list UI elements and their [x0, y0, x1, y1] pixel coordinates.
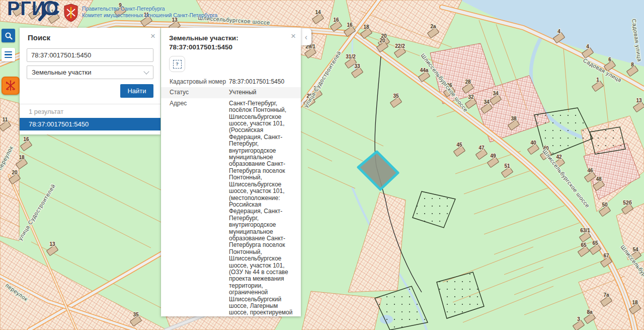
identify-parcel-button[interactable]: ?	[169, 56, 185, 72]
hamburger-icon	[5, 51, 12, 53]
parcel-number: 4	[557, 29, 560, 34]
parcel-number: 18	[632, 300, 638, 305]
parcel-number: 35	[133, 312, 139, 317]
parcel-number: 42	[556, 154, 562, 160]
parcel-number: 18	[19, 155, 25, 160]
details-row-label: Адрес	[161, 100, 229, 316]
parcel-number: 8	[631, 62, 634, 68]
chevron-down-icon	[143, 69, 149, 74]
parcel-number: 32	[468, 94, 474, 100]
details-row-value: Учтенный	[229, 89, 301, 96]
find-button[interactable]: Найти	[120, 84, 153, 98]
parcel-number: 18	[31, 5, 37, 11]
chevron-left-icon: ‹	[305, 33, 307, 42]
details-row: АдресСанкт-Петербург, посёлок Понтонный,…	[161, 98, 301, 316]
parcel-number: 13	[49, 241, 55, 247]
parcel-number: 1в	[51, 9, 57, 15]
search-panel-title: Поиск	[28, 33, 50, 42]
details-row-label: Статус	[161, 89, 229, 96]
details-rows: Кадастровый номер78:37:0017501:5450Стату…	[161, 77, 301, 316]
parcel-number: 31/2	[346, 54, 356, 59]
parcel-number: 34	[493, 91, 499, 96]
parcel-number: 20	[379, 38, 385, 43]
parcel-number: 46	[587, 168, 593, 173]
parcel-number: 2а	[430, 24, 436, 29]
parcel-number: 65	[581, 242, 587, 248]
parcel-number: 51	[504, 163, 510, 169]
parcel-number: 44а	[420, 68, 429, 73]
parcel-number: 6	[608, 57, 611, 62]
spb-emblem-icon	[5, 80, 17, 92]
details-row: Кадастровый номер78:37:0017501:5450	[161, 77, 301, 87]
search-panel: Поиск × Земельные участки Найти 1 резуль…	[20, 28, 160, 135]
search-icon	[5, 32, 13, 40]
parcel-number: 11	[144, 12, 149, 18]
parcel-number: 49	[490, 153, 496, 159]
details-row-value: 78:37:0017501:5450	[229, 79, 301, 85]
parcel-number: 16	[23, 137, 29, 142]
parcel-number: 47	[478, 145, 485, 151]
category-select[interactable]: Земельные участки	[27, 65, 153, 79]
parcel-number: 34	[484, 99, 490, 105]
parcel-number: 1	[596, 77, 599, 83]
details-collapse-button[interactable]: ‹	[301, 29, 311, 45]
parcel-number: 63/1	[580, 228, 590, 233]
parcel-number: 8а	[587, 309, 593, 315]
results-count: 1 результат	[20, 104, 160, 118]
parcel-number: 67	[603, 253, 609, 258]
parcel-number: 14	[315, 10, 321, 15]
parcel-number: 52б	[623, 200, 631, 206]
parcel-number: 33	[354, 63, 360, 69]
parcel-number: 48	[596, 176, 602, 182]
details-panel: Земельные участки: 78:37:0017501:5450 × …	[161, 28, 301, 316]
parcel-number: 16	[347, 22, 353, 28]
question-icon: ?	[173, 60, 182, 69]
parcel-number: 7а	[603, 292, 609, 298]
search-results: 78:37:0017501:5450	[20, 118, 160, 130]
parcel-number: 35	[393, 93, 399, 99]
search-panel-close-icon[interactable]: ×	[150, 32, 155, 40]
parcel-number: 4	[586, 44, 589, 49]
details-row-label: Кадастровый номер	[161, 79, 229, 85]
parcel-number: 18	[363, 24, 369, 30]
details-row: СтатусУчтенный	[161, 87, 301, 98]
parcel-number: 13	[636, 98, 642, 103]
parcel-number: 16	[333, 17, 339, 23]
parcel-number: 45	[456, 142, 462, 148]
parcel-number: 9	[119, 3, 122, 8]
search-tool-button[interactable]	[2, 29, 15, 42]
parcel-number: 28	[465, 79, 471, 85]
parcel-number: 20	[12, 170, 18, 175]
parcel-number: 13	[172, 17, 178, 23]
parcel-number: 40	[530, 140, 536, 146]
details-panel-close-icon[interactable]: ×	[291, 32, 296, 40]
parcel-number: 11	[3, 117, 8, 122]
details-panel-title: Земельные участки: 78:37:0017501:5450	[169, 34, 238, 51]
category-select-value: Земельные участки	[32, 69, 91, 76]
parcel-number: 22/2	[395, 43, 405, 49]
search-input[interactable]	[27, 48, 153, 62]
emblem-tool-button[interactable]	[2, 77, 20, 95]
parcel-number: 38	[511, 116, 517, 121]
menu-button[interactable]	[2, 48, 15, 61]
search-result-item[interactable]: 78:37:0017501:5450	[20, 118, 160, 130]
parcel-number: 54	[632, 247, 638, 252]
parcel-number: 3	[577, 316, 580, 322]
parcel-number: 1А	[16, 2, 22, 8]
details-row-value: Санкт-Петербург, посёлок Понтонный, Шлис…	[229, 100, 301, 316]
parcel-number: 65	[592, 240, 598, 246]
parcel-number: 50	[602, 202, 608, 208]
